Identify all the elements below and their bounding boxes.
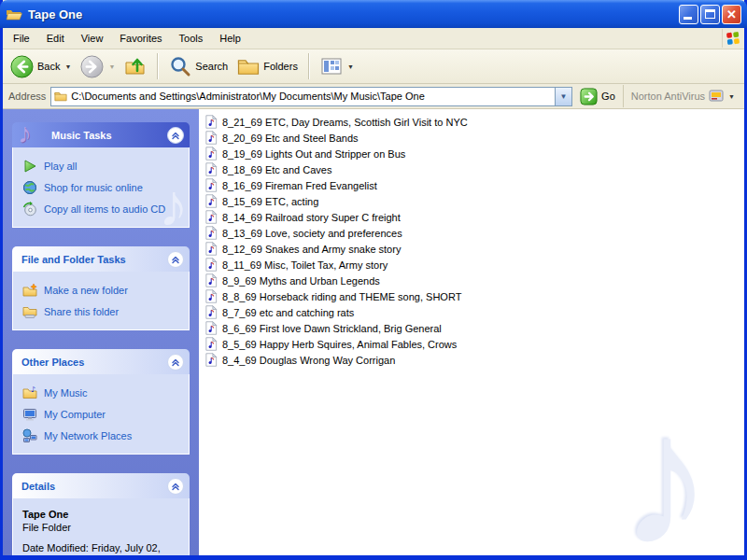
collapse-button[interactable] bbox=[167, 251, 184, 268]
maximize-button[interactable] bbox=[700, 5, 720, 24]
music-file-icon bbox=[204, 258, 218, 272]
back-button[interactable]: Back ▼ bbox=[7, 53, 75, 80]
copy-to-cd-link[interactable]: Copy all items to audio CD bbox=[22, 198, 183, 219]
forward-button[interactable]: ▼ bbox=[77, 53, 119, 80]
shop-music-link[interactable]: Shop for music online bbox=[22, 176, 183, 198]
menu-favorites[interactable]: Favorites bbox=[111, 30, 170, 47]
music-file-icon bbox=[204, 273, 218, 287]
task-pane: ♪ Music Tasks ♪ Play all Shop for music … bbox=[3, 109, 199, 555]
music-tasks-title: Music Tasks bbox=[51, 130, 112, 141]
file-name: 8_20_69 Etc and Steel Bands bbox=[222, 133, 359, 144]
share-folder-link[interactable]: Share this folder bbox=[22, 301, 183, 322]
music-file-icon bbox=[204, 162, 218, 176]
search-button[interactable]: Search bbox=[165, 53, 232, 79]
window-title: Tape One bbox=[28, 7, 679, 21]
file-item[interactable]: 8_15_69 ETC, acting bbox=[204, 193, 744, 209]
file-item[interactable]: 8_7_69 etc and catching rats bbox=[204, 304, 744, 320]
music-tasks-header[interactable]: ♪ Music Tasks bbox=[12, 122, 190, 147]
window-controls: ✕ bbox=[679, 5, 741, 24]
details-panel: Details Tape One File Folder Date Modifi… bbox=[12, 473, 190, 555]
menu-bar: File Edit View Favorites Tools Help bbox=[3, 28, 744, 49]
music-tasks-body: ♪ Play all Shop for music online Copy al… bbox=[12, 147, 190, 228]
file-item[interactable]: 8_14_69 Railroad story Super C freight bbox=[204, 209, 744, 225]
back-label: Back bbox=[37, 61, 60, 72]
menu-view[interactable]: View bbox=[73, 30, 112, 47]
minimize-icon bbox=[684, 17, 692, 20]
collapse-button[interactable] bbox=[167, 127, 184, 144]
file-folder-tasks-title: File and Folder Tasks bbox=[21, 254, 126, 265]
play-icon bbox=[22, 159, 37, 174]
music-file-icon bbox=[204, 305, 218, 319]
folders-label: Folders bbox=[263, 61, 298, 72]
my-music-link[interactable]: My Music bbox=[22, 382, 183, 403]
go-button[interactable]: Go bbox=[577, 88, 618, 105]
music-file-icon bbox=[204, 289, 218, 303]
menu-help[interactable]: Help bbox=[211, 30, 249, 47]
music-file-icon bbox=[204, 321, 218, 335]
play-all-link[interactable]: Play all bbox=[22, 155, 183, 176]
other-places-title: Other Places bbox=[21, 357, 84, 368]
close-button[interactable]: ✕ bbox=[722, 5, 741, 24]
file-item[interactable]: 8_8_69 Horseback riding and THEME song, … bbox=[204, 288, 744, 304]
file-name: 8_5_69 Happy Herb Squires, Animal Fables… bbox=[222, 339, 457, 350]
other-places-panel: Other Places My Music My Computer My Net… bbox=[12, 349, 190, 455]
norton-dropdown-icon[interactable]: ▼ bbox=[728, 93, 735, 100]
file-item[interactable]: 8_9_69 Myths and Urban Legends bbox=[204, 273, 744, 288]
details-header[interactable]: Details bbox=[12, 473, 190, 498]
network-icon bbox=[22, 428, 37, 443]
file-item[interactable]: 8_11_69 Misc, Toilet Tax, Army story bbox=[204, 257, 744, 273]
file-item[interactable]: 8_16_69 Fireman Fred Evangelist bbox=[204, 177, 744, 193]
file-item[interactable]: 8_18_69 Etc and Caves bbox=[204, 161, 744, 177]
file-item[interactable]: 8_19_69 Lights Out and Stripper on Bus bbox=[204, 146, 744, 161]
my-computer-label: My Computer bbox=[44, 409, 106, 420]
new-folder-icon bbox=[22, 283, 37, 298]
address-dropdown-button[interactable]: ▼ bbox=[555, 88, 571, 105]
other-places-header[interactable]: Other Places bbox=[12, 349, 190, 374]
views-dropdown-icon[interactable]: ▼ bbox=[347, 63, 354, 70]
music-file-icon bbox=[204, 194, 218, 208]
menu-file[interactable]: File bbox=[5, 30, 38, 47]
file-name: 8_11_69 Misc, Toilet Tax, Army story bbox=[222, 259, 388, 271]
chevron-up-icon bbox=[170, 254, 181, 265]
file-item[interactable]: 8_21_69 ETC, Day Dreams, Scottish Girl V… bbox=[204, 114, 744, 130]
address-input[interactable]: C:\Documents and Settings\Administrator\… bbox=[50, 87, 572, 106]
make-new-folder-link[interactable]: Make a new folder bbox=[22, 279, 183, 301]
details-folder-name: Tape One bbox=[22, 508, 181, 521]
file-item[interactable]: 8_12_69 Snakes and Army snake story bbox=[204, 241, 744, 257]
file-item[interactable]: 8_13_69 Love, society and preferences bbox=[204, 225, 744, 241]
folders-button[interactable]: Folders bbox=[233, 53, 302, 79]
views-button[interactable]: ▼ bbox=[317, 53, 358, 79]
file-item[interactable]: 8_4_69 Douglas Wrong Way Corrigan bbox=[204, 352, 744, 368]
address-path[interactable]: C:\Documents and Settings\Administrator\… bbox=[71, 91, 555, 102]
file-item[interactable]: 8_20_69 Etc and Steel Bands bbox=[204, 130, 744, 146]
collapse-button[interactable] bbox=[167, 478, 184, 495]
back-dropdown-icon[interactable]: ▼ bbox=[64, 63, 71, 70]
details-title: Details bbox=[21, 481, 55, 492]
details-body: Tape One File Folder Date Modified: Frid… bbox=[12, 498, 190, 555]
my-music-label: My Music bbox=[44, 387, 87, 399]
menu-tools[interactable]: Tools bbox=[171, 30, 212, 47]
menu-edit[interactable]: Edit bbox=[38, 30, 73, 47]
file-item[interactable]: 8_6_69 First love Dawn Strickland, Brig … bbox=[204, 320, 744, 336]
file-list: ♪ 8_21_69 ETC, Day Dreams, Scottish Girl… bbox=[199, 109, 744, 555]
up-button[interactable] bbox=[120, 53, 150, 79]
my-computer-link[interactable]: My Computer bbox=[22, 403, 183, 425]
collapse-button[interactable] bbox=[167, 354, 184, 371]
file-folder-tasks-header[interactable]: File and Folder Tasks bbox=[12, 246, 190, 272]
music-note-icon: ♪ bbox=[18, 118, 32, 149]
music-file-icon bbox=[204, 353, 218, 367]
explorer-window: Tape One ✕ File Edit View Favorites Tool… bbox=[0, 0, 747, 560]
shop-music-label: Shop for music online bbox=[44, 182, 143, 193]
minimize-button[interactable] bbox=[679, 5, 698, 24]
file-item[interactable]: 8_5_69 Happy Herb Squires, Animal Fables… bbox=[204, 336, 744, 352]
address-bar: Address C:\Documents and Settings\Admini… bbox=[3, 84, 744, 109]
norton-antivirus-button[interactable]: Norton AntiVirus ▼ bbox=[623, 85, 739, 107]
title-bar[interactable]: Tape One ✕ bbox=[0, 0, 747, 28]
share-folder-label: Share this folder bbox=[44, 306, 119, 317]
file-name: 8_13_69 Love, society and preferences bbox=[222, 228, 402, 239]
search-label: Search bbox=[195, 61, 228, 72]
go-icon bbox=[580, 88, 598, 105]
folder-open-icon bbox=[6, 7, 23, 21]
my-network-places-link[interactable]: My Network Places bbox=[22, 425, 183, 446]
views-icon bbox=[320, 55, 343, 77]
